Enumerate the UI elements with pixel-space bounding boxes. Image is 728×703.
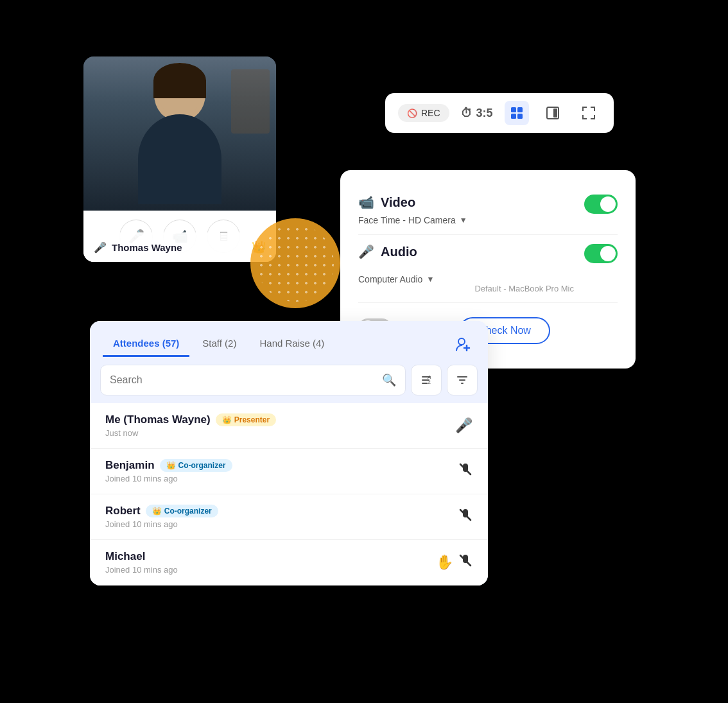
hand-raise-icon: ✋ [436,554,453,571]
attendee-time: Joined 10 mins ago [105,474,458,483]
svg-point-6 [458,338,465,345]
timer-value: 3:5 [476,107,493,120]
add-person-icon [454,335,472,353]
attendee-name: Michael [105,550,436,563]
video-toggle[interactable] [584,195,618,214]
video-person [83,56,276,211]
mic-name-icon: 🎤 [94,241,107,254]
attendee-name: Robert 👑 Co-organizer [105,505,458,517]
co-organizer-badge: 👑 Co-organizer [160,459,232,472]
add-attendee-button[interactable] [451,332,475,356]
audio-mic-icon: 🎤 [358,244,374,259]
timer: ⏱ 3:5 [461,107,493,120]
rec-label: REC [421,108,440,118]
svg-rect-1 [517,107,523,112]
audio-toggle[interactable] [584,244,618,263]
mic-off-icon [458,508,472,526]
svg-rect-5 [553,108,557,117]
video-setting-title: 📹 Video [358,195,584,210]
table-row: Michael Joined 10 mins ago ✋ [90,540,488,586]
sort-button[interactable]: A Z [411,365,442,395]
tab-hand-raise[interactable]: Hand Raise (4) [249,331,334,357]
co-organizer-badge: 👑 Co-organizer [146,505,218,517]
table-row: Benjamin 👑 Co-organizer Joined 10 mins a… [90,449,488,494]
sort-icon: A Z [420,374,433,386]
expand-icon [582,106,596,120]
attendee-name: Benjamin 👑 Co-organizer [105,459,458,472]
svg-rect-3 [517,114,523,119]
table-row: Me (Thomas Wayne) 👑 Presenter Just now 🎤 [90,403,488,449]
bookshelf-decoration [231,69,270,134]
tabs-row: Attendees (57) Staff (2) Hand Raise (4) [90,321,488,357]
video-camera-icon: 📹 [358,195,374,210]
name-with-mic: 🎤 Thomas Wayne [94,241,182,254]
person-silhouette [128,63,231,204]
attendee-info: Michael Joined 10 mins ago [105,550,436,575]
presenter-badge: 👑 Presenter [216,413,276,426]
video-setting-left: 📹 Video Face Time - HD Camera ▼ [358,195,584,225]
audio-setting-title: 🎤 Audio [358,244,574,259]
grid-icon [510,106,524,120]
toolbar-card: 🚫 REC ⏱ 3:5 [385,93,614,133]
rec-button[interactable]: 🚫 REC [398,104,449,122]
attendee-time: Joined 10 mins ago [105,565,436,575]
layout-icon [546,106,560,120]
video-toggle-thumb [600,196,616,212]
timer-icon: ⏱ [461,107,472,120]
attendee-info: Benjamin 👑 Co-organizer Joined 10 mins a… [105,459,458,483]
name-bar: 🎤 Thomas Wayne 👑 [83,232,276,262]
video-card: 🎤 Thomas Wayne 👑 🎤 📹 🖥 [83,56,276,262]
attendee-info: Me (Thomas Wayne) 👑 Presenter Just now [105,413,455,438]
table-row: Robert 👑 Co-organizer Joined 10 mins ago [90,494,488,540]
mic-off-icon [458,462,472,480]
tab-staff[interactable]: Staff (2) [192,331,247,357]
video-chevron-icon: ▼ [460,216,467,225]
expand-button[interactable] [576,101,601,125]
audio-source[interactable]: Computer Audio ▼ [358,274,434,284]
audio-setting-row: 🎤 Audio Computer Audio ▼ Default - MacBo… [358,234,618,302]
audio-chevron-icon: ▼ [426,275,434,284]
layout-button[interactable] [541,101,565,125]
search-input[interactable] [110,374,376,386]
presenter-crown-icon: 👑 [222,415,232,424]
video-setting-row: 📹 Video Face Time - HD Camera ▼ [358,186,618,234]
co-org-crown-icon: 👑 [166,461,176,470]
svg-text:Z: Z [428,379,431,385]
search-row: 🔍 A Z [90,357,488,403]
decoration-dots [257,225,334,302]
attendee-list: Me (Thomas Wayne) 👑 Presenter Just now 🎤… [90,403,488,586]
co-org-crown2-icon: 👑 [152,507,162,516]
filter-button[interactable] [447,365,478,395]
tab-attendees[interactable]: Attendees (57) [103,331,189,357]
svg-rect-2 [511,114,516,119]
svg-rect-0 [511,107,516,112]
attendees-panel: Attendees (57) Staff (2) Hand Raise (4) … [90,321,488,586]
audio-output-label: Default - MacBook Pro Mic [474,284,574,293]
attendee-time: Joined 10 mins ago [105,519,458,529]
audio-toggle-thumb [600,246,616,261]
video-frame [83,56,276,211]
audio-setting-left: 🎤 Audio Computer Audio ▼ Default - MacBo… [358,244,574,293]
search-input-wrap[interactable]: 🔍 [100,365,406,395]
attendee-time: Just now [105,428,455,438]
search-icon: 🔍 [382,373,396,387]
grid-view-button[interactable] [505,101,529,125]
mic-off-icon [458,553,472,571]
mic-on-icon: 🎤 [455,417,472,434]
person-name: Thomas Wayne [112,242,182,253]
rec-slash-icon: 🚫 [407,108,417,118]
attendee-info: Robert 👑 Co-organizer Joined 10 mins ago [105,505,458,529]
video-camera-source[interactable]: Face Time - HD Camera ▼ [358,215,584,225]
attendee-name: Me (Thomas Wayne) 👑 Presenter [105,413,455,426]
filter-icon [456,374,469,386]
hair [153,63,206,98]
